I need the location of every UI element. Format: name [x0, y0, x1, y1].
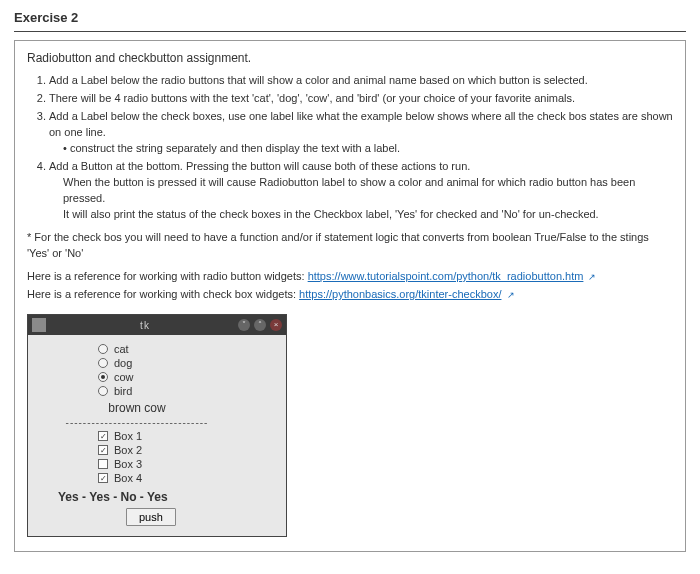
radio-bird[interactable]: bird — [98, 385, 274, 397]
check-label: Box 1 — [114, 430, 142, 442]
radio-label: bird — [114, 385, 132, 397]
radio-cat[interactable]: cat — [98, 343, 274, 355]
separator-line: --------------------------------- — [40, 417, 274, 428]
radio-label: cow — [114, 371, 134, 383]
window-title: tk — [52, 320, 238, 331]
check-box-2[interactable]: ✓ Box 2 — [98, 444, 274, 456]
step-3: Add a Label below the check boxes, use o… — [49, 109, 673, 157]
push-button[interactable]: push — [126, 508, 176, 526]
step-4-b: It will also print the status of the che… — [63, 207, 673, 223]
minimize-icon[interactable]: ˅ — [238, 319, 250, 331]
check-label: Box 3 — [114, 458, 142, 470]
reference-2: Here is a reference for working with che… — [27, 288, 673, 300]
check-result-label: Yes - Yes - No - Yes — [58, 490, 274, 504]
tk-window: tk ˅ ˄ × cat dog cow — [27, 314, 287, 537]
checkbox-icon: ✓ — [98, 431, 108, 441]
titlebar: tk ˅ ˄ × — [28, 315, 286, 335]
step-1: Add a Label below the radio buttons that… — [49, 73, 673, 89]
step-2: There will be 4 radio buttons with the t… — [49, 91, 673, 107]
radio-cow[interactable]: cow — [98, 371, 274, 383]
check-label: Box 4 — [114, 472, 142, 484]
page-title: Exercise 2 — [14, 10, 686, 25]
footnote: * For the check bos you will need to hav… — [27, 230, 673, 262]
exercise-panel: Radiobutton and checkbutton assignment. … — [14, 40, 686, 552]
checkbox-icon — [98, 459, 108, 469]
step-4: Add a Button at the bottom. Pressing the… — [49, 159, 673, 223]
radio-icon — [98, 344, 108, 354]
check-box-3[interactable]: Box 3 — [98, 458, 274, 470]
radio-icon — [98, 372, 108, 382]
radio-label: cat — [114, 343, 129, 355]
radio-icon — [98, 386, 108, 396]
intro-text: Radiobutton and checkbutton assignment. — [27, 51, 673, 65]
app-icon — [32, 318, 46, 332]
check-box-1[interactable]: ✓ Box 1 — [98, 430, 274, 442]
radio-label: dog — [114, 357, 132, 369]
checkbox-icon: ✓ — [98, 473, 108, 483]
checkbox-icon: ✓ — [98, 445, 108, 455]
external-link-icon: ↗ — [588, 272, 596, 282]
reference-2-link[interactable]: https://pythonbasics.org/tkinter-checkbo… — [299, 288, 501, 300]
step-4-a: When the button is pressed it will cause… — [63, 175, 673, 207]
external-link-icon: ↗ — [507, 290, 515, 300]
radio-icon — [98, 358, 108, 368]
steps-list: Add a Label below the radio buttons that… — [27, 73, 673, 222]
radio-dog[interactable]: dog — [98, 357, 274, 369]
reference-1: Here is a reference for working with rad… — [27, 270, 673, 282]
close-icon[interactable]: × — [270, 319, 282, 331]
check-box-4[interactable]: ✓ Box 4 — [98, 472, 274, 484]
reference-1-link[interactable]: https://www.tutorialspoint.com/python/tk… — [308, 270, 584, 282]
check-label: Box 2 — [114, 444, 142, 456]
step-3-sub: construct the string separately and then… — [63, 141, 673, 157]
radio-result-label: brown cow — [40, 401, 274, 415]
divider — [14, 31, 686, 32]
maximize-icon[interactable]: ˄ — [254, 319, 266, 331]
